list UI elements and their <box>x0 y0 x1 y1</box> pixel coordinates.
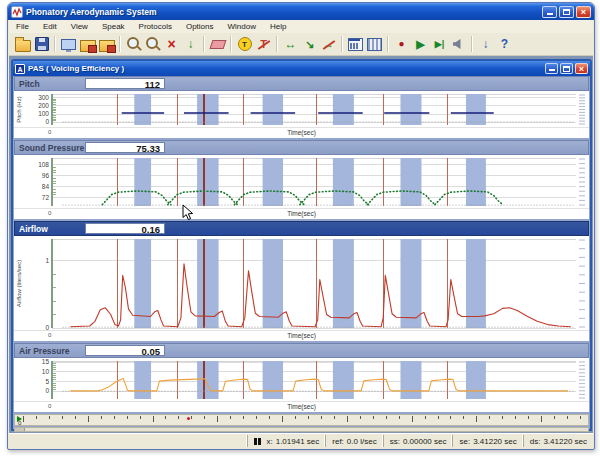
token-marker-off-icon[interactable]: T <box>254 35 273 53</box>
svg-text:96: 96 <box>42 172 50 179</box>
save-icon <box>35 37 49 51</box>
status-x-label: x: <box>266 437 272 446</box>
expand-horizontal-icon: ↔ <box>285 38 297 50</box>
ruler-tick <box>36 416 37 419</box>
import-signal-icon[interactable]: ↓ <box>181 35 200 53</box>
close-button[interactable]: × <box>576 6 591 18</box>
scrollbar-thumb[interactable] <box>15 428 25 431</box>
panel-airflow-value: 0.16 <box>85 223 165 234</box>
svg-text:200: 200 <box>38 102 49 109</box>
toolbar-separator <box>54 36 56 52</box>
document-titlebar[interactable]: A PAS ( Voicing Efficiency ) × <box>13 61 590 76</box>
ruler-tick <box>450 416 451 419</box>
app-title: Phonatory Aerodynamic System <box>26 7 542 17</box>
speaker-icon <box>453 39 461 49</box>
minimize-button[interactable] <box>542 6 557 18</box>
ruler-tick <box>165 416 166 419</box>
menu-protocols[interactable]: Protocols <box>132 20 179 33</box>
ruler-tick <box>515 416 516 419</box>
play-icon[interactable]: ▶ <box>411 35 430 53</box>
menu-window[interactable]: Window <box>221 20 263 33</box>
ruler-tick <box>88 416 89 422</box>
help-icon: ? <box>501 38 508 50</box>
ruler-tick <box>399 416 400 419</box>
arrow-diagonal-icon[interactable]: ↘ <box>300 35 319 53</box>
pitch-chart[interactable]: 0100200300Pitch (Hz) <box>14 91 589 127</box>
sound-pressure-chart[interactable]: 728496108 <box>14 155 589 208</box>
panel-airflow-header[interactable]: Airflow 0.16 <box>14 221 589 236</box>
time-ruler[interactable]: 0 <box>14 414 589 426</box>
open-file-icon[interactable] <box>13 35 32 53</box>
ruler-tick <box>412 416 413 422</box>
panel-pitch-header[interactable]: Pitch 112 <box>14 76 589 91</box>
ruler-tick <box>567 416 568 419</box>
speaker-icon[interactable] <box>449 35 468 53</box>
menu-options[interactable]: Options <box>179 20 221 33</box>
arrows-off-icon[interactable]: ↔ <box>319 35 338 53</box>
ruler-tick <box>243 416 244 419</box>
record-icon[interactable]: ● <box>392 35 411 53</box>
record-setup-icon[interactable] <box>59 35 78 53</box>
zoom-in-icon[interactable] <box>124 35 143 53</box>
svg-text:5: 5 <box>45 378 49 385</box>
ruler-tick <box>425 416 426 419</box>
toolbar-separator <box>387 36 389 52</box>
ruler-tick <box>360 416 361 419</box>
app-titlebar[interactable]: Phonatory Aerodynamic System × <box>8 3 594 20</box>
status-ds-value: 3.41220 sec <box>543 437 587 446</box>
save-icon[interactable] <box>32 35 51 53</box>
ruler-tick <box>347 416 348 422</box>
horizontal-scrollbar[interactable] <box>14 427 589 432</box>
expand-horizontal-icon[interactable]: ↔ <box>281 35 300 53</box>
erase-icon[interactable] <box>208 35 227 53</box>
airflow-chart[interactable]: 01Airflow (liters/sec) <box>14 236 589 330</box>
ruler-tick <box>230 416 231 419</box>
import-signal-icon: ↓ <box>188 38 194 50</box>
ruler-tick <box>114 416 115 419</box>
app-icon <box>11 6 23 18</box>
menu-file[interactable]: File <box>9 20 36 33</box>
zoom-in-icon <box>127 37 139 49</box>
delete-icon[interactable]: × <box>162 35 181 53</box>
ruler-tick <box>321 416 322 419</box>
data-columns-icon[interactable] <box>365 35 384 53</box>
status-x-value: 1.01941 sec <box>276 437 320 446</box>
voice-prompt-icon[interactable]: ↓ <box>476 35 495 53</box>
status-ss-label: ss: <box>390 437 400 446</box>
air-pressure-chart[interactable]: 051015 <box>14 358 589 401</box>
selection-blocks-icon <box>254 438 261 445</box>
token-marker-off-icon: T <box>257 38 271 51</box>
zoom-out-icon[interactable] <box>143 35 162 53</box>
ruler-tick <box>438 416 439 419</box>
panel-sound-pressure-header[interactable]: Sound Pressure 75.33 <box>14 140 589 155</box>
ruler-tick <box>101 416 102 419</box>
toolbar-separator <box>119 36 121 52</box>
menu-view[interactable]: View <box>64 20 95 33</box>
panel-sound-pressure: Sound Pressure 75.33 728496108 0 Time(se… <box>14 140 589 219</box>
panel-air-pressure-header[interactable]: Air Pressure 0.05 <box>14 343 589 358</box>
play-selection-icon[interactable]: ▶| <box>430 35 449 53</box>
menu-help[interactable]: Help <box>263 20 293 33</box>
doc-maximize-button[interactable] <box>560 63 573 74</box>
menu-speak[interactable]: Speak <box>95 20 132 33</box>
svg-text:10: 10 <box>42 368 50 375</box>
ruler-tick <box>476 416 477 422</box>
svg-text:Airflow (liters/sec): Airflow (liters/sec) <box>16 260 22 307</box>
doc-close-button[interactable]: × <box>575 63 588 74</box>
ruler-tick <box>191 416 192 419</box>
ruler-tick <box>204 416 205 419</box>
mdi-client-area: A PAS ( Voicing Efficiency ) × Pitch 112 <box>9 56 593 433</box>
status-ss-field: ss: 0.00000 sec <box>383 435 453 447</box>
ruler-tick <box>282 416 283 422</box>
save-all-results-icon[interactable] <box>97 35 116 53</box>
save-numerical-results-icon[interactable] <box>78 35 97 53</box>
token-marker-icon: T <box>238 37 252 51</box>
maximize-button[interactable] <box>559 6 574 18</box>
help-icon[interactable]: ? <box>495 35 514 53</box>
ruler-cursor-dot[interactable] <box>187 417 190 420</box>
doc-minimize-button[interactable] <box>545 63 558 74</box>
panel-airflow-label: Airflow <box>19 224 48 234</box>
results-window-icon[interactable] <box>346 35 365 53</box>
token-marker-icon[interactable]: T <box>235 35 254 53</box>
menu-edit[interactable]: Edit <box>36 20 64 33</box>
